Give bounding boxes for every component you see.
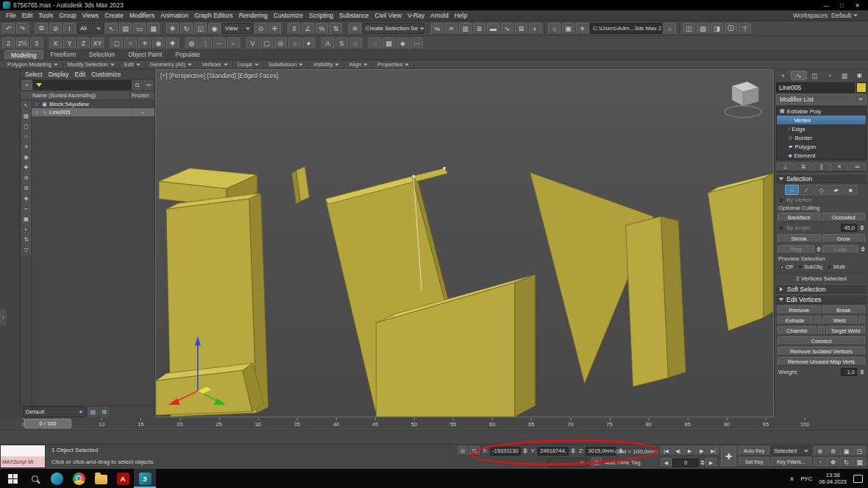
weight-field[interactable]: 1,0 [841, 368, 857, 376]
weld-button[interactable]: Weld [822, 316, 858, 325]
taskbar-acrobat-icon[interactable]: A [112, 469, 134, 488]
y-coordinate-field[interactable]: 24916744, [538, 447, 569, 456]
menu-arnold[interactable]: Arnold [427, 12, 452, 19]
edge-subobject-icon[interactable]: ∕ [800, 185, 814, 195]
select-and-manipulate-icon[interactable]: ✛ [268, 23, 281, 35]
axis-y-icon[interactable]: Y [63, 38, 76, 49]
taskbar-chrome-icon[interactable] [68, 469, 90, 488]
by-angle-spinner[interactable] [860, 223, 864, 233]
spinner-snap-icon[interactable]: ⇅ [330, 23, 342, 35]
undo-icon[interactable]: ↶ [2, 23, 15, 35]
percent-snap-icon[interactable]: % [316, 23, 328, 35]
menu-modifiers[interactable]: Modifiers [127, 12, 157, 19]
snaps-toggle-icon[interactable]: 3 [288, 23, 300, 35]
show-end-result-icon[interactable]: ≣ [794, 163, 811, 171]
remove-modifier-icon[interactable]: ✕ [830, 163, 847, 171]
menu-rendering[interactable]: Rendering [236, 12, 271, 19]
modifier-list-dropdown[interactable]: Modifier List [776, 94, 867, 105]
select-and-scale-icon[interactable]: ◱ [194, 23, 207, 35]
tab-hierarchy[interactable]: ◫ [808, 71, 822, 80]
show-lights-icon[interactable]: ☀ [21, 142, 31, 152]
layer-filter-icon[interactable]: ▧ [697, 23, 709, 35]
layer-settings-icon[interactable]: ⊞ [99, 407, 109, 417]
angle-snap-icon[interactable]: ∠ [302, 23, 314, 35]
modifier-stack-item-border[interactable]: ◇Border [777, 133, 866, 142]
select-and-place-icon[interactable]: ◉ [208, 23, 221, 35]
window-crossing-icon[interactable]: ▦ [147, 23, 160, 35]
menu-graph-editors[interactable]: Graph Editors [191, 12, 235, 19]
object-color-swatch[interactable] [856, 82, 867, 93]
next-key-icon[interactable]: ▶ [705, 458, 716, 467]
viewport[interactable]: [+] [Perspective] [Standard] [Edged Face… [155, 69, 774, 417]
frame-spinner[interactable] [700, 458, 705, 467]
new-layer-icon[interactable]: ▤ [88, 407, 98, 417]
ribbon-panel-subdivision[interactable]: Subdivision [264, 60, 308, 68]
clock[interactable]: 13:38 06.04.2023 [819, 472, 847, 485]
curve-editor-icon[interactable]: ∿ [501, 23, 513, 35]
workspace-icon[interactable]: ◫ [683, 23, 695, 35]
menu-group[interactable]: Group [56, 12, 79, 19]
rendered-frame-window-icon[interactable]: ▣ [562, 23, 574, 35]
ribbon-panel-polygon-modeling[interactable]: Polygon Modeling [3, 60, 63, 68]
loop-spinner[interactable] [861, 244, 865, 254]
axis-plane-icon[interactable]: XY [91, 38, 104, 49]
make-unique-icon[interactable]: ∥ [813, 163, 830, 171]
zoom-extents-icon[interactable]: ▣ [840, 446, 853, 456]
extrude-button[interactable]: Extrude [778, 316, 813, 325]
show-cameras-icon[interactable]: ◉ [21, 152, 31, 162]
soft-selection-rollout-header[interactable]: Soft Selection [776, 284, 867, 294]
viewport-label[interactable]: [+] [Perspective] [Standard] [Edged Face… [160, 72, 278, 79]
orbit-icon[interactable]: ↻ [840, 457, 853, 467]
vray-menu-icon[interactable]: V [246, 38, 259, 49]
render-setup-icon[interactable]: ☼ [548, 23, 561, 35]
previous-key-icon[interactable]: ◀ [661, 458, 672, 467]
start-button[interactable] [1, 469, 24, 488]
menu-create[interactable]: Create [102, 12, 127, 19]
ribbon-tab-selection[interactable]: Selection [83, 50, 121, 60]
weld-settings-button[interactable] [858, 316, 865, 325]
animation-set-dropdown[interactable]: Selected [771, 446, 811, 456]
search-button[interactable] [24, 469, 46, 488]
help-search-icon[interactable]: ? [739, 23, 751, 35]
timeline-ruler[interactable]: 0510152025303540455055606570758085909510… [24, 417, 805, 430]
unlink-selection-icon[interactable]: ⊘ [49, 23, 62, 35]
zoom-extents-all-icon[interactable]: ◳ [853, 446, 866, 456]
toggle-ribbon-icon[interactable]: ▬ [487, 23, 499, 35]
tab-create[interactable]: + [776, 71, 790, 80]
explorer-columns-icon[interactable]: ≔ [143, 80, 153, 90]
maximize-button[interactable]: □ [834, 0, 850, 10]
column-header-name[interactable]: Name (Sorted Ascending) [21, 92, 129, 99]
ribbon-tab-populate[interactable]: Populate [169, 50, 206, 60]
current-frame-field[interactable]: 0 [672, 459, 699, 467]
menu-help[interactable]: Help [452, 12, 470, 19]
explorer-select-icon[interactable]: ↖ [21, 101, 31, 110]
toggle-layer-explorer-icon[interactable]: ≣ [473, 23, 485, 35]
filter-config-icon[interactable]: ▽ [21, 245, 31, 255]
scene-object-row-line005[interactable]: ○∿Line005▫ [32, 108, 154, 116]
display-mode-icon[interactable]: ◨ [711, 23, 723, 35]
edit-vertices-rollout-header[interactable]: Edit Vertices [776, 294, 867, 304]
create-cameras-icon[interactable]: ◉ [152, 38, 165, 49]
show-helpers-icon[interactable]: ✚ [21, 163, 31, 172]
object-name-field[interactable]: Line005 [776, 82, 855, 93]
align-icon[interactable]: ≍ [445, 23, 458, 35]
field-of-view-icon[interactable]: ◔ [814, 457, 826, 467]
modifier-stack-item-element[interactable]: ■Element [777, 151, 866, 160]
ribbon-panel-loops[interactable]: Loops [233, 60, 264, 68]
action-center-icon[interactable] [853, 475, 863, 483]
create-shapes-icon[interactable]: ○ [124, 38, 137, 49]
ring-spinner[interactable] [817, 244, 821, 254]
axis-z-icon[interactable]: Z [77, 38, 90, 49]
x-coordinate-field[interactable]: -15331130 [490, 447, 521, 456]
more-tools-icon[interactable]: ⋯ [410, 38, 423, 49]
minimize-button[interactable]: — [819, 0, 834, 10]
taskbar-3dsmax-icon[interactable]: 3 [134, 469, 156, 488]
select-and-rotate-icon[interactable]: ↻ [180, 23, 193, 35]
isolate-toggle-icon[interactable]: ◌ [369, 38, 381, 49]
ribbon-panel-visibility[interactable]: Visibility [308, 60, 344, 68]
ribbon-panel-edit[interactable]: Edit [120, 60, 146, 68]
reference-coordinate-dropdown[interactable]: View [222, 23, 253, 34]
element-subobject-icon[interactable]: ■ [844, 185, 858, 195]
ribbon-panel-modify-selection[interactable]: Modify Selection [63, 60, 120, 68]
snap-25d-icon[interactable]: 2½ [16, 38, 29, 49]
